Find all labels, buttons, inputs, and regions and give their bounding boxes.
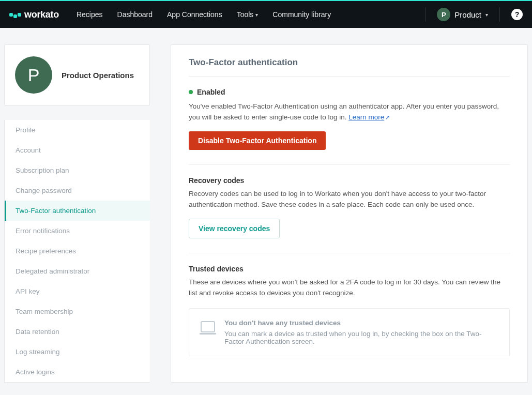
user-avatar-small: P xyxy=(437,8,450,21)
chevron-down-icon: ▾ xyxy=(485,12,488,18)
profile-title: Product Operations xyxy=(62,71,134,80)
sidebar-item-subscription[interactable]: Subscription plan xyxy=(5,160,150,180)
profile-card: P Product Operations xyxy=(4,44,150,105)
trusted-empty-title: You don't have any trusted devices xyxy=(224,319,498,327)
main-panel: Two-Factor authentication Enabled You've… xyxy=(171,44,528,383)
sidebar-item-change-password[interactable]: Change password xyxy=(5,180,150,201)
trusted-empty-text: You can mark a device as trusted when yo… xyxy=(224,330,498,345)
user-menu[interactable]: P Product ▾ xyxy=(437,8,488,21)
status-label: Enabled xyxy=(197,88,225,96)
status-section: Enabled You've enabled Two-Factor Authen… xyxy=(189,77,510,165)
logo-mark-icon xyxy=(9,13,21,17)
nav-dashboard[interactable]: Dashboard xyxy=(117,10,153,19)
settings-sidebar: Profile Account Subscription plan Change… xyxy=(4,120,150,383)
sidebar-item-team-membership[interactable]: Team membership xyxy=(5,301,150,322)
top-navbar: workato Recipes Dashboard App Connection… xyxy=(0,1,532,28)
help-icon[interactable]: ? xyxy=(511,9,523,20)
external-link-icon: ↗ xyxy=(385,114,390,120)
sidebar-item-api-key[interactable]: API key xyxy=(5,281,150,301)
profile-avatar: P xyxy=(15,56,52,94)
sidebar-item-profile[interactable]: Profile xyxy=(5,120,150,140)
sidebar-item-error-notifications[interactable]: Error notifications xyxy=(5,221,150,241)
sidebar-item-active-logins[interactable]: Active logins xyxy=(5,362,150,382)
nav-tools[interactable]: Tools ▾ xyxy=(237,10,259,19)
sidebar-item-account[interactable]: Account xyxy=(5,140,150,160)
trusted-text: These are devices where you won't be ask… xyxy=(189,277,510,299)
nav-tools-label: Tools xyxy=(237,10,254,19)
status-description-text: You've enabled Two-Factor Authentication… xyxy=(189,102,499,121)
status-dot-icon xyxy=(189,90,193,94)
chevron-down-icon: ▾ xyxy=(255,12,258,18)
nav-app-connections[interactable]: App Connections xyxy=(167,10,222,19)
sidebar-item-recipe-preferences[interactable]: Recipe preferences xyxy=(5,241,150,261)
nav-links: Recipes Dashboard App Connections Tools … xyxy=(77,10,331,19)
user-name: Product xyxy=(454,10,481,19)
sidebar-item-data-retention[interactable]: Data retention xyxy=(5,322,150,342)
brand-name: workato xyxy=(24,9,59,20)
recovery-text: Recovery codes can be used to log in to … xyxy=(189,189,510,210)
recovery-heading: Recovery codes xyxy=(189,176,510,185)
sidebar-item-delegated-admin[interactable]: Delegated administrator xyxy=(5,261,150,281)
brand-logo[interactable]: workato xyxy=(9,9,59,20)
nav-recipes[interactable]: Recipes xyxy=(77,10,103,19)
learn-more-link[interactable]: Learn more xyxy=(348,113,384,121)
device-icon xyxy=(201,321,215,332)
disable-2fa-button[interactable]: Disable Two-Factor Authentication xyxy=(189,131,326,150)
sidebar-item-2fa[interactable]: Two-Factor authentication xyxy=(5,201,150,221)
recovery-section: Recovery codes Recovery codes can be use… xyxy=(189,165,510,253)
sidebar-item-log-streaming[interactable]: Log streaming xyxy=(5,342,150,362)
nav-community-library[interactable]: Community library xyxy=(272,10,331,19)
page-title: Two-Factor authentication xyxy=(189,57,510,77)
status-description: You've enabled Two-Factor Authentication… xyxy=(189,101,510,123)
view-recovery-codes-button[interactable]: View recovery codes xyxy=(189,219,280,238)
trusted-section: Trusted devices These are devices where … xyxy=(189,253,510,356)
trusted-heading: Trusted devices xyxy=(189,265,510,273)
trusted-empty-state: You don't have any trusted devices You c… xyxy=(189,308,510,356)
